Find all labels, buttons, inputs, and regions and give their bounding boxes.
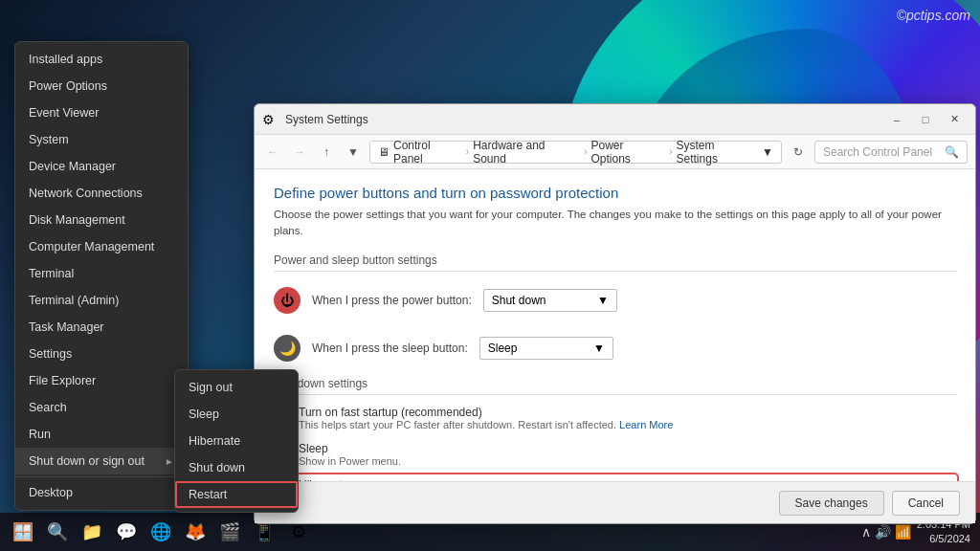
power-button-value: Shut down xyxy=(492,294,546,307)
search-placeholder: Search Control Panel xyxy=(823,145,932,159)
address-icon: 🖥 xyxy=(378,145,390,159)
menu-item-terminal-admin[interactable]: Terminal (Admin) xyxy=(15,287,188,314)
window-footer: Save changes Cancel xyxy=(255,481,975,523)
path-part-1: Control Panel xyxy=(393,139,462,165)
path-part-4: System Settings xyxy=(677,139,759,165)
menu-item-run[interactable]: Run xyxy=(15,421,188,448)
power-dropdown-icon: ▼ xyxy=(597,294,609,307)
menu-item-settings[interactable]: Settings xyxy=(15,341,188,367)
power-section-label: Power and sleep button settings xyxy=(274,253,956,272)
search-icon: 🔍 xyxy=(945,145,959,159)
close-button[interactable]: ✕ xyxy=(941,110,968,129)
minimize-button[interactable]: – xyxy=(883,110,910,129)
window-content: Define power buttons and turn on passwor… xyxy=(255,169,975,481)
taskbar-sys-icons: ∧ 🔊 📶 xyxy=(861,524,911,540)
address-bar: ← → ↑ ▼ 🖥 Control Panel › Hardware and S… xyxy=(255,135,975,169)
chevron-up-icon[interactable]: ∧ xyxy=(861,524,871,540)
sleep-checkbox-row: ✓ Sleep Show in Power menu. xyxy=(274,439,956,470)
search-box[interactable]: Search Control Panel 🔍 xyxy=(814,141,968,164)
taskbar-date-value: 6/5/2024 xyxy=(917,532,970,546)
content-description: Choose the power settings that you want … xyxy=(274,207,956,240)
system-settings-window: ⚙ System Settings – □ ✕ ← → ↑ ▼ 🖥 Contro… xyxy=(254,103,976,524)
path-sep-3: › xyxy=(669,146,672,157)
menu-item-network-connections[interactable]: Network Connections xyxy=(15,180,188,207)
submenu-item-sign-out[interactable]: Sign out xyxy=(175,374,298,401)
power-button-icon: ⏻ xyxy=(274,287,301,314)
fast-startup-row: ✓ Turn on fast startup (recommended) Thi… xyxy=(274,403,956,433)
menu-item-event-viewer[interactable]: Event Viewer xyxy=(15,99,188,126)
menu-item-power-options[interactable]: Power Options xyxy=(15,73,188,99)
fast-startup-label: Turn on fast startup (recommended) xyxy=(299,406,673,419)
submenu-item-shut-down[interactable]: Shut down xyxy=(175,454,298,481)
save-changes-button[interactable]: Save changes xyxy=(779,491,884,516)
sleep-button-value: Sleep xyxy=(488,342,518,355)
menu-item-device-manager[interactable]: Device Manager xyxy=(15,153,188,180)
refresh-button[interactable]: ↻ xyxy=(788,142,809,163)
nav-up-button[interactable]: ↑ xyxy=(316,142,337,163)
shutdown-section-label: Shutdown settings xyxy=(274,377,956,395)
power-button-label: When I press the power button: xyxy=(312,294,472,307)
path-part-2: Hardware and Sound xyxy=(473,139,580,165)
sleep-checkbox-label: Sleep xyxy=(299,442,401,455)
menu-item-task-manager[interactable]: Task Manager xyxy=(15,314,188,341)
watermark: ©pctips.com xyxy=(897,8,970,23)
menu-item-installed-apps[interactable]: Installed apps xyxy=(15,46,188,73)
menu-item-computer-management[interactable]: Computer Management xyxy=(15,233,188,260)
submenu-item-restart[interactable]: Restart xyxy=(175,481,298,508)
sub-menu: Sign out Sleep Hibernate Shut down Resta… xyxy=(174,369,299,513)
chevron-right-icon: ► xyxy=(165,456,174,467)
power-button-dropdown[interactable]: Shut down ▼ xyxy=(483,289,617,312)
fast-startup-text: Turn on fast startup (recommended) This … xyxy=(299,406,673,430)
sleep-checkbox-sub: Show in Power menu. xyxy=(299,455,401,467)
menu-item-shutdown-sign-out[interactable]: Shut down or sign out ► xyxy=(15,448,188,474)
window-title: System Settings xyxy=(285,113,876,126)
maximize-button[interactable]: □ xyxy=(912,110,939,129)
taskbar-edge[interactable]: 🌐 xyxy=(145,517,176,547)
nav-back-button[interactable]: ← xyxy=(262,142,283,163)
menu-item-disk-management[interactable]: Disk Management xyxy=(15,207,188,233)
path-sep-1: › xyxy=(466,146,469,157)
start-button[interactable]: 🪟 xyxy=(8,517,38,547)
address-path[interactable]: 🖥 Control Panel › Hardware and Sound › P… xyxy=(369,141,782,164)
submenu-item-sleep[interactable]: Sleep xyxy=(175,401,298,428)
sleep-dropdown-icon: ▼ xyxy=(593,342,605,355)
taskbar-files[interactable]: 📁 xyxy=(77,517,107,547)
menu-item-system[interactable]: System xyxy=(15,126,188,153)
window-controls: – □ ✕ xyxy=(883,110,968,129)
sleep-button-icon: 🌙 xyxy=(274,335,301,362)
fast-startup-sub: This helps start your PC faster after sh… xyxy=(299,419,673,430)
path-sep-2: › xyxy=(584,146,587,157)
taskbar-browser[interactable]: 🦊 xyxy=(180,517,211,547)
cancel-button[interactable]: Cancel xyxy=(892,491,960,516)
context-menu: Installed apps Power Options Event Viewe… xyxy=(14,41,189,511)
network-icon[interactable]: 📶 xyxy=(895,524,911,540)
power-button-row: ⏻ When I press the power button: Shut do… xyxy=(274,281,956,320)
taskbar-discord[interactable]: 💬 xyxy=(111,517,142,547)
taskbar-search[interactable]: 🔍 xyxy=(42,517,73,547)
sleep-button-row: 🌙 When I press the sleep button: Sleep ▼ xyxy=(274,329,956,367)
speaker-icon[interactable]: 🔊 xyxy=(875,524,891,540)
taskbar-vlc[interactable]: 🎬 xyxy=(214,517,245,547)
path-dropdown-icon: ▼ xyxy=(762,145,773,159)
learn-more-link[interactable]: Learn More xyxy=(619,419,673,430)
nav-forward-button[interactable]: → xyxy=(289,142,310,163)
sleep-text: Sleep Show in Power menu. xyxy=(299,442,401,467)
path-part-3: Power Options xyxy=(590,139,665,165)
window-app-icon: ⚙ xyxy=(262,112,278,127)
nav-recent-button[interactable]: ▼ xyxy=(343,142,364,163)
window-titlebar: ⚙ System Settings – □ ✕ xyxy=(255,104,975,135)
shutdown-section: Shutdown settings ✓ Turn on fast startup… xyxy=(274,377,956,482)
menu-item-search[interactable]: Search xyxy=(15,394,188,421)
sleep-button-label: When I press the sleep button: xyxy=(312,342,468,355)
menu-divider xyxy=(15,476,188,477)
menu-item-desktop[interactable]: Desktop xyxy=(15,479,188,506)
submenu-item-hibernate[interactable]: Hibernate xyxy=(175,428,298,454)
content-title: Define power buttons and turn on passwor… xyxy=(274,185,956,201)
menu-item-terminal[interactable]: Terminal xyxy=(15,260,188,287)
sleep-button-dropdown[interactable]: Sleep ▼ xyxy=(479,337,613,360)
menu-item-file-explorer[interactable]: File Explorer xyxy=(15,367,188,394)
